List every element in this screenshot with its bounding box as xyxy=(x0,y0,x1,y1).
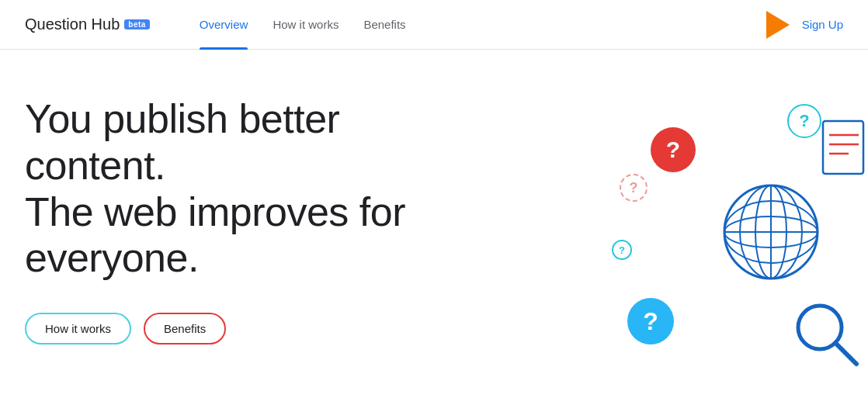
nav-link-how-it-works[interactable]: How it works xyxy=(260,0,351,50)
signup-link[interactable]: Sign Up xyxy=(802,18,843,31)
nav-links: Overview How it works Benefits xyxy=(187,0,766,50)
hero-section: You publish better content. The web impr… xyxy=(0,50,868,412)
how-it-works-button[interactable]: How it works xyxy=(25,313,131,344)
headline-line4: everyone. xyxy=(25,235,199,280)
beta-badge: beta xyxy=(124,19,150,29)
q-circle-cyan-top: ? xyxy=(787,104,821,138)
q-circle-cyan-small: ? xyxy=(612,240,632,260)
q-circle-dashed-left: ? xyxy=(620,174,648,202)
svg-line-12 xyxy=(835,343,856,364)
hero-buttons: How it works Benefits xyxy=(25,313,460,344)
q-circle-red-large: ? xyxy=(651,127,696,172)
q-circle-cyan-large: ? xyxy=(627,298,674,344)
navbar: Question Hub beta Overview How it works … xyxy=(0,0,868,50)
logo[interactable]: Question Hub beta xyxy=(25,16,150,33)
hero-illustration: ? ? ? ? ? xyxy=(604,96,868,391)
headline-line2: content. xyxy=(25,143,165,188)
nav-link-overview[interactable]: Overview xyxy=(187,0,261,50)
document-icon xyxy=(821,119,868,178)
headline-line3: The web improves for xyxy=(25,189,405,234)
benefits-button[interactable]: Benefits xyxy=(144,313,226,344)
nav-link-benefits[interactable]: Benefits xyxy=(351,0,418,50)
headline-line1: You publish better xyxy=(25,96,339,141)
logo-text: Question Hub xyxy=(25,16,120,33)
magnifier-icon xyxy=(790,298,860,368)
hero-text: You publish better content. The web impr… xyxy=(25,96,460,344)
arrow-icon xyxy=(766,11,790,39)
hero-headline: You publish better content. The web impr… xyxy=(25,96,460,282)
globe-icon xyxy=(720,182,821,286)
svg-rect-7 xyxy=(823,121,863,174)
nav-right: Sign Up xyxy=(766,11,843,39)
